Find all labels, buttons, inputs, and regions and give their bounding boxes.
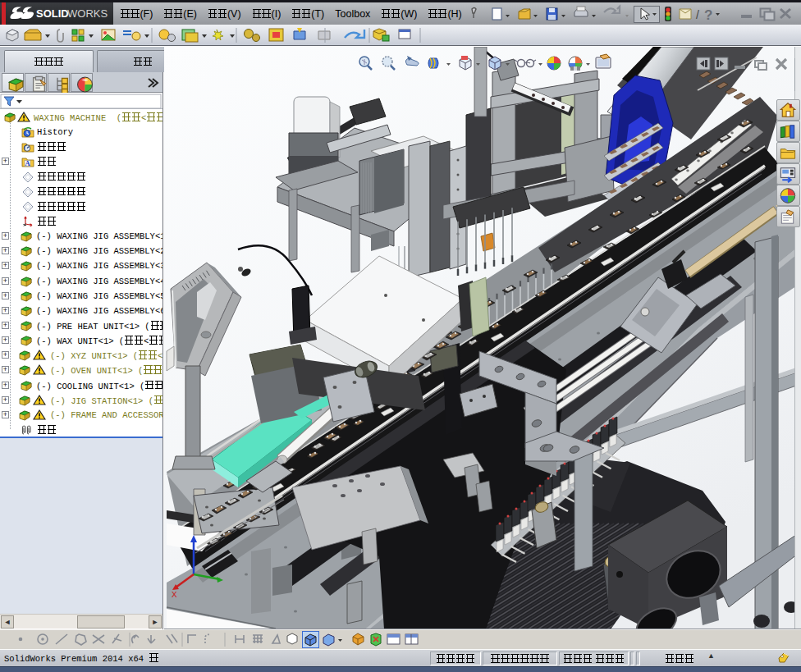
svg-text:WORKS: WORKS bbox=[67, 7, 108, 20]
svg-text:?: ? bbox=[704, 7, 712, 23]
svg-text:SOLID: SOLID bbox=[36, 7, 69, 20]
svg-text:A: A bbox=[25, 159, 30, 167]
svg-text:X: X bbox=[172, 590, 177, 600]
svg-text:/: / bbox=[696, 8, 699, 21]
